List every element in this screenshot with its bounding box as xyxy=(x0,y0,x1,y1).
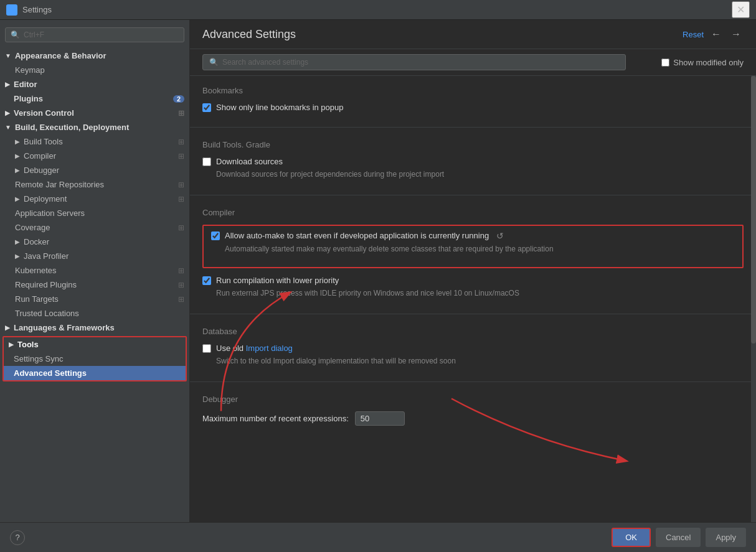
compiler-section: Compiler Allow auto-make to start even i… xyxy=(190,198,756,311)
search-field[interactable]: 🔍 xyxy=(202,54,626,70)
grid-icon: ⊞ xyxy=(178,266,184,275)
sidebar-item-plugins[interactable]: Plugins 2 xyxy=(0,91,189,106)
setting-row: Run compilation with lower priority xyxy=(202,276,744,285)
sidebar-search-input[interactable] xyxy=(24,30,179,39)
grid-icon: ⊞ xyxy=(178,281,184,289)
sidebar-item-deployment[interactable]: ▶ Deployment ⊞ xyxy=(0,192,189,206)
sidebar-item-label: Run Targets xyxy=(15,294,59,304)
sidebar-item-label: Languages & Frameworks xyxy=(14,323,115,332)
grid-icon: ⊞ xyxy=(178,152,184,161)
build-tools-gradle-title: Build Tools. Gradle xyxy=(202,140,744,149)
scrollbar-track[interactable] xyxy=(751,76,756,522)
page-title: Advanced Settings xyxy=(202,28,683,41)
nav-back-button[interactable]: ← xyxy=(709,27,724,41)
sidebar-item-compiler[interactable]: ▶ Compiler ⊞ xyxy=(0,149,189,163)
old-import-label[interactable]: Use old Import dialog xyxy=(216,344,293,353)
close-button[interactable]: ✕ xyxy=(732,1,750,18)
old-import-checkbox[interactable] xyxy=(202,344,211,353)
sidebar-item-label: Docker xyxy=(24,237,49,246)
build-tools-gradle-section: Build Tools. Gradle Download sources Dow… xyxy=(190,130,756,192)
reset-icon[interactable]: ↺ xyxy=(496,231,504,241)
run-compilation-label[interactable]: Run compilation with lower priority xyxy=(216,276,339,285)
main-container: 🔍 ▼ Appearance & Behavior Keymap ▶ Edito… xyxy=(0,20,756,522)
titlebar: Settings ✕ xyxy=(0,0,756,20)
compiler-highlighted-box: Allow auto-make to start even if develop… xyxy=(202,225,744,268)
content-body: Bookmarks Show only line bookmarks in po… xyxy=(190,76,756,438)
run-compilation-checkbox[interactable] xyxy=(202,276,211,285)
arrow-icon: ▶ xyxy=(15,167,20,174)
divider xyxy=(190,314,756,314)
sidebar-item-version-control[interactable]: ▶ Version Control ⊞ xyxy=(0,106,189,120)
apply-button[interactable]: Apply xyxy=(706,528,746,547)
cancel-button[interactable]: Cancel xyxy=(656,528,701,547)
show-bookmarks-checkbox[interactable] xyxy=(202,103,211,112)
nav-forward-button[interactable]: → xyxy=(729,27,744,41)
sidebar-item-label: Tools xyxy=(17,340,39,349)
show-modified-container: Show modified only xyxy=(661,58,744,67)
download-sources-checkbox[interactable] xyxy=(202,157,211,166)
sidebar-search-box[interactable]: 🔍 xyxy=(5,27,184,42)
sidebar-item-label: Coverage xyxy=(15,223,50,232)
debugger-title: Debugger xyxy=(202,395,744,404)
ok-button[interactable]: OK xyxy=(612,528,651,547)
sidebar-item-app-servers[interactable]: Application Servers xyxy=(0,206,189,220)
sidebar-item-label: Remote Jar Repositories xyxy=(15,180,104,189)
auto-make-label[interactable]: Allow auto-make to start even if develop… xyxy=(225,231,489,240)
sidebar-item-label: Appearance & Behavior xyxy=(15,51,106,60)
sidebar-item-editor[interactable]: ▶ Editor xyxy=(0,77,189,91)
sidebar-item-trusted-locations[interactable]: Trusted Locations xyxy=(0,306,189,320)
sidebar-item-label: Trusted Locations xyxy=(15,309,79,318)
setting-row: Use old Import dialog xyxy=(202,344,744,353)
sidebar-item-label: Version Control xyxy=(14,108,74,118)
download-sources-label[interactable]: Download sources xyxy=(216,157,283,166)
sidebar-item-build-exec-deploy[interactable]: ▼ Build, Execution, Deployment xyxy=(0,120,189,134)
search-icon: 🔍 xyxy=(11,30,20,39)
sidebar-item-coverage[interactable]: Coverage ⊞ xyxy=(0,220,189,235)
setting-row: Allow auto-make to start even if develop… xyxy=(211,231,735,241)
auto-make-checkbox[interactable] xyxy=(211,232,220,240)
reset-button[interactable]: Reset xyxy=(683,30,704,39)
sidebar-item-debugger[interactable]: ▶ Debugger xyxy=(0,163,189,177)
sidebar-item-keymap[interactable]: Keymap xyxy=(0,63,189,77)
grid-icon: ⊞ xyxy=(178,109,184,118)
setting-old-import: Use old Import dialog Switch to the old … xyxy=(202,344,744,367)
sidebar-item-label: Build, Execution, Deployment xyxy=(15,123,129,132)
show-modified-checkbox[interactable] xyxy=(661,58,669,67)
show-bookmarks-label[interactable]: Show only line bookmarks in popup xyxy=(216,103,344,112)
content-scroll-area: Bookmarks Show only line bookmarks in po… xyxy=(190,76,756,522)
sidebar-item-label: Compiler xyxy=(24,151,56,161)
sidebar-item-docker[interactable]: ▶ Docker xyxy=(0,235,189,249)
setting-show-line-bookmarks: Show only line bookmarks in popup xyxy=(202,103,744,112)
grid-icon: ⊞ xyxy=(178,223,184,232)
sidebar-item-required-plugins[interactable]: Required Plugins ⊞ xyxy=(0,278,189,292)
debugger-section: Debugger Maximum number of recent expres… xyxy=(190,385,756,438)
sidebar-item-label: Deployment xyxy=(24,194,67,203)
arrow-icon: ▶ xyxy=(5,110,10,116)
sidebar-item-build-tools[interactable]: ▶ Build Tools ⊞ xyxy=(0,134,189,149)
bookmarks-title: Bookmarks xyxy=(202,86,744,95)
sidebar-item-java-profiler[interactable]: ▶ Java Profiler xyxy=(0,249,189,263)
auto-make-desc: Automatically started make may eventuall… xyxy=(225,243,735,255)
scrollbar-thumb[interactable] xyxy=(751,76,756,344)
old-import-desc: Switch to the old Import dialog implemen… xyxy=(216,355,744,367)
sidebar-item-kubernetes[interactable]: Kubernetes ⊞ xyxy=(0,263,189,278)
help-button[interactable]: ? xyxy=(10,530,25,545)
content-search-input[interactable] xyxy=(222,58,619,67)
sidebar-item-appearance[interactable]: ▼ Appearance & Behavior xyxy=(0,49,189,63)
sidebar-item-run-targets[interactable]: Run Targets ⊞ xyxy=(0,292,189,306)
sidebar-item-advanced-settings[interactable]: Advanced Settings xyxy=(4,366,186,380)
database-title: Database xyxy=(202,327,744,336)
sidebar-item-settings-sync[interactable]: Settings Sync xyxy=(4,352,186,366)
sidebar-item-languages[interactable]: ▶ Languages & Frameworks xyxy=(0,320,189,335)
max-expressions-input[interactable] xyxy=(355,411,405,426)
show-modified-label[interactable]: Show modified only xyxy=(673,58,744,67)
bookmarks-section: Bookmarks Show only line bookmarks in po… xyxy=(190,76,756,124)
sidebar-item-label: Application Servers xyxy=(15,208,85,218)
sidebar-item-tools[interactable]: ▶ Tools xyxy=(4,337,186,352)
divider xyxy=(190,127,756,128)
grid-icon: ⊞ xyxy=(178,295,184,304)
setting-max-expressions: Maximum number of recent expressions: xyxy=(202,411,744,426)
sidebar-item-label: Advanced Settings xyxy=(14,368,87,378)
window-title: Settings xyxy=(22,5,732,14)
sidebar-item-remote-jar[interactable]: Remote Jar Repositories ⊞ xyxy=(0,177,189,192)
